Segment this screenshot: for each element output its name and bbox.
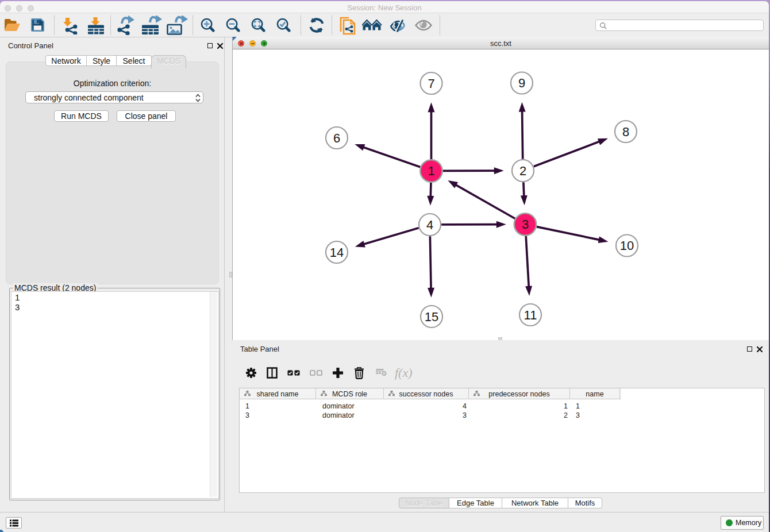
svg-text:2: 2 <box>519 164 526 178</box>
svg-text:14: 14 <box>330 245 344 260</box>
svg-text:7: 7 <box>428 76 434 91</box>
svg-text:9: 9 <box>518 76 525 90</box>
svg-text:15: 15 <box>425 310 438 324</box>
svg-text:4: 4 <box>426 218 433 232</box>
svg-text:1: 1 <box>428 164 434 178</box>
svg-text:10: 10 <box>620 238 634 253</box>
svg-text:6: 6 <box>333 131 340 145</box>
svg-text:8: 8 <box>622 125 629 139</box>
svg-text:3: 3 <box>522 217 529 232</box>
svg-text:11: 11 <box>524 308 537 322</box>
